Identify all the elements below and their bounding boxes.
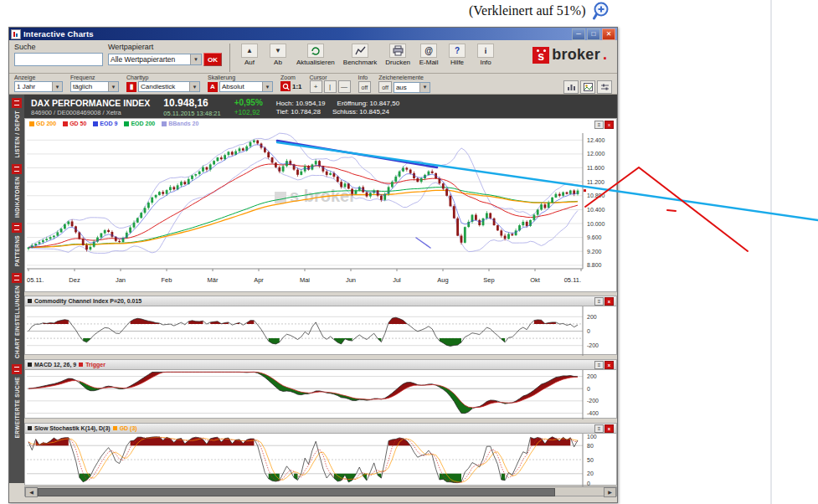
panel-close-button[interactable]: x [604, 121, 614, 129]
svg-text:200: 200 [587, 373, 597, 379]
sidebar-label: ERWEITERTE SUCHE [14, 377, 20, 438]
skalierung-value: Absolut [222, 83, 244, 90]
scroll-left-button[interactable]: ◀ [25, 487, 38, 497]
at-sign-icon: @ [420, 44, 437, 58]
wertpapierart-label: Wertpapierart [108, 43, 222, 51]
red-dash [667, 210, 676, 211]
sidebar-label: CHART EINSTELLUNGEN [14, 285, 20, 358]
sidebar-item-listen-depot[interactable]: LISTEN / DEPOT [12, 98, 22, 158]
cursor-hline-button[interactable]: — [338, 80, 351, 93]
drucken-button[interactable]: Drucken [383, 43, 412, 67]
button-label: Benchmark [343, 59, 377, 66]
change-percent: +0,95% [234, 98, 263, 107]
ok-button[interactable]: OK [203, 53, 222, 66]
main-toolbar: Suche Wertpapierart Alle Wertpapierarten… [9, 40, 617, 74]
bar-chart-icon[interactable] [563, 80, 579, 94]
charttyp-select[interactable]: Candlestick▼ [138, 81, 200, 92]
crosshair-button[interactable]: + [310, 80, 322, 93]
svg-text:100: 100 [587, 434, 597, 440]
stochastic-panel[interactable]: Slow Stochastik K(14), D(3) GD (3) ≡ x 1… [24, 423, 617, 486]
scaling-icon: A [208, 82, 218, 92]
close-value: Schluss: 10.845,24 [332, 108, 389, 116]
panel-menu-button[interactable]: ≡ [594, 121, 604, 129]
info-button[interactable]: i Info [474, 43, 497, 67]
scroll-right-button[interactable]: ▶ [604, 487, 616, 497]
stoch-title: Slow Stochastik K(14), D(3) [34, 425, 111, 431]
wertpapierart-select[interactable]: Alle Wertpapierarten ▼ [108, 54, 202, 65]
legend-bbands: BBands 20 [162, 121, 198, 126]
charttyp-label: Charttyp [126, 75, 200, 81]
svg-text:0: 0 [587, 386, 590, 392]
svg-text:9.600: 9.600 [587, 234, 602, 240]
frequenz-select[interactable]: täglich▼ [70, 81, 119, 92]
macd-chart: 2000-200-400 [25, 370, 618, 419]
svg-text:10.000: 10.000 [587, 221, 605, 227]
anzeige-select[interactable]: 1 Jahr▼ [14, 81, 63, 92]
panel-close-button[interactable]: x [604, 361, 614, 369]
skalierung-select[interactable]: Absolut▼ [219, 81, 273, 92]
panel-menu-button[interactable]: ≡ [594, 424, 604, 433]
svg-text:11.600: 11.600 [587, 165, 604, 171]
horizontal-scrollbar[interactable]: ◀ ▶ [24, 486, 617, 496]
sidebar-label: LISTEN / DEPOT [14, 111, 20, 158]
svg-text:0: 0 [587, 481, 590, 486]
button-label: Drucken [385, 59, 410, 66]
aktualisieren-button[interactable]: Aktualisieren [295, 43, 337, 67]
info-toggle-label: Info [358, 75, 372, 81]
sidebar-item-erweiterte-suche[interactable]: ERWEITERTE SUCHE [12, 364, 22, 438]
minimize-button[interactable]: ─ [572, 28, 585, 40]
scrollbar-thumb[interactable] [38, 488, 555, 496]
chevron-down-icon: ▼ [52, 82, 62, 91]
sidebar-item-patterns[interactable]: PATTERNS [12, 223, 22, 266]
maximize-button[interactable]: □ [587, 28, 600, 40]
title-bar[interactable]: Interactive Charts ─ □ ✕ [9, 28, 617, 40]
main-chart-panel[interactable]: GD 200 GD 50 EOD 9 EOD 200 BBands 20 ≡ x… [24, 118, 617, 292]
panel-menu-button[interactable]: ≡ [594, 297, 604, 306]
x-axis-label: Dez [69, 276, 80, 284]
quote-bar: DAX PERFORMANCE INDEX 846900 / DE0008469… [24, 95, 617, 120]
cci-panel[interactable]: Commodity Channel Index P=20, 0.015 ≡ x … [24, 296, 617, 355]
zeichenelemente-select[interactable]: aus▼ [394, 82, 430, 93]
auf-button[interactable]: ▲ Auf [238, 43, 261, 67]
frequenz-label: Frequenz [70, 75, 119, 81]
image-icon[interactable] [580, 80, 595, 94]
svg-text:10.800: 10.800 [587, 193, 605, 198]
page: { "page": { "zoom_note": "(Verkleinert a… [0, 0, 818, 504]
quote-timestamp: 05.11.2015 13:48:21 [163, 110, 220, 117]
search-input[interactable] [14, 53, 103, 66]
panel-close-button[interactable]: x [604, 424, 614, 433]
benchmark-button[interactable]: Benchmark [342, 43, 378, 67]
sidebar-item-chart-einstellungen[interactable]: CHART EINSTELLUNGEN [12, 273, 22, 358]
x-axis-label: Apr [254, 276, 264, 284]
svg-text:-400: -400 [587, 410, 599, 416]
trigger-label: Trigger [85, 362, 105, 368]
ab-button[interactable]: ▼ Ab [266, 43, 290, 67]
sbroker-logo-s-icon: s [532, 47, 549, 64]
panel-close-button[interactable]: x [604, 297, 614, 306]
cursor-vline-button[interactable]: | [324, 80, 337, 93]
zoom-note-text: (Verkleinert auf 51%) [469, 3, 586, 18]
email-button[interactable]: @ E-Mail [417, 43, 440, 67]
x-axis-label: Feb [162, 276, 172, 284]
candlestick-chart[interactable]: 12.40012.00011.60011.20010.80010.40010.0… [25, 130, 618, 275]
macd-panel[interactable]: MACD 12, 26, 9 Trigger ≡ x 2000-200-400 [24, 359, 617, 419]
high-value: Hoch: 10.954,19 [276, 100, 326, 107]
toolbar-separator [229, 44, 230, 72]
svg-text:-200: -200 [587, 398, 599, 404]
app-icon [11, 29, 21, 39]
zeichenelemente-toggle[interactable]: off [378, 81, 392, 93]
cci-title: Commodity Channel Index P=20, 0.015 [34, 298, 141, 304]
open-value: Eröffnung: 10.847,50 [337, 100, 400, 107]
svg-text:9.200: 9.200 [587, 249, 602, 255]
info-toggle[interactable]: off [358, 81, 372, 93]
hilfe-button[interactable]: ? Hilfe [445, 43, 469, 67]
settings-sliders-icon[interactable] [597, 80, 612, 94]
stoch-gd-legend-swatch [113, 426, 117, 430]
window-title: Interactive Charts [23, 29, 94, 39]
sidebar-item-indikatoren[interactable]: INDIKATOREN [12, 164, 22, 218]
info-group: Info off [358, 75, 372, 93]
zoom-magnifier-icon[interactable] [280, 81, 291, 91]
legend-eod9: EOD 9 [93, 121, 117, 126]
close-button[interactable]: ✕ [602, 28, 615, 40]
panel-menu-button[interactable]: ≡ [594, 361, 604, 369]
